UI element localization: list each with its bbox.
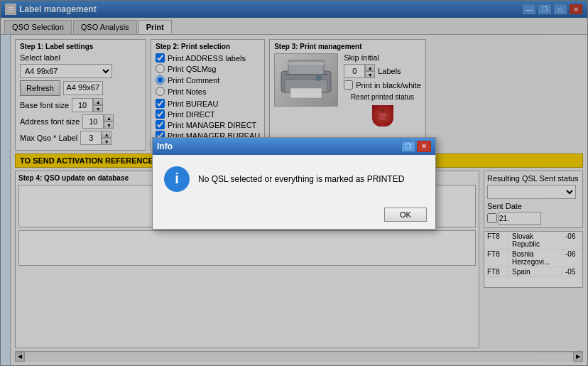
info-dialog: Info ❐ ✕ i No QSL selected or everything… — [152, 137, 436, 230]
modal-close-button[interactable]: ✕ — [417, 141, 431, 152]
modal-message: No QSL selected or everything is marked … — [198, 174, 424, 184]
info-icon: i — [164, 166, 190, 192]
modal-footer: OK — [153, 203, 435, 229]
modal-title-bar: Info ❐ ✕ — [153, 138, 435, 155]
modal-controls: ❐ ✕ — [401, 141, 431, 152]
ok-button[interactable]: OK — [384, 208, 427, 222]
modal-body: i No QSL selected or everything is marke… — [153, 155, 435, 203]
modal-title: Info — [157, 141, 173, 151]
modal-overlay: Info ❐ ✕ i No QSL selected or everything… — [0, 0, 588, 366]
modal-restore-btn[interactable]: ❐ — [401, 141, 415, 152]
